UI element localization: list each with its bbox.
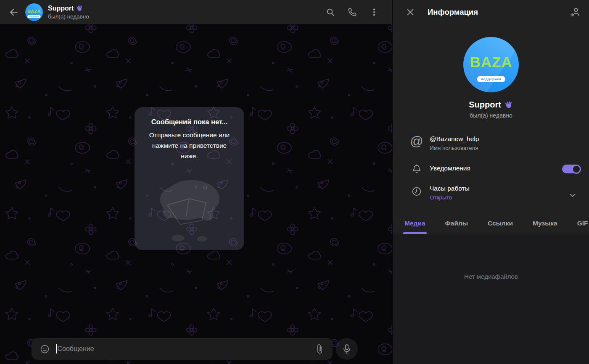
emoji-button[interactable] — [37, 342, 52, 356]
info-panel-header: Информация — [393, 0, 589, 24]
message-composer: Сообщение — [0, 338, 392, 360]
username-row[interactable]: @ @Bazanew_help Имя пользователя — [393, 135, 589, 151]
empty-chat-text: ниже. — [135, 151, 244, 161]
profile-avatar[interactable]: BAZA поддержка — [463, 37, 519, 92]
attach-button[interactable] — [312, 342, 327, 356]
profile-status: был(а) недавно — [393, 112, 589, 119]
working-hours-row[interactable]: Часы работы Открыто — [393, 185, 589, 201]
info-panel: Информация BAZA поддержка Support б — [393, 0, 589, 364]
empty-chat-card[interactable]: Сообщений пока нет... Отправьте сообщени… — [135, 107, 244, 250]
microphone-icon — [341, 343, 352, 354]
chat-header-actions — [323, 5, 381, 19]
shared-media-tabs: Медиа Файлы Ссылки Музыка GIF — [393, 213, 589, 234]
voice-message-button[interactable] — [336, 338, 358, 360]
profile-section: BAZA поддержка Support был(а) недавно — [393, 37, 589, 119]
empty-chat-text: Отправьте сообщение или — [135, 130, 244, 140]
tab-music[interactable]: Музыка — [533, 213, 557, 234]
username-label: Имя пользователя — [430, 145, 589, 151]
greeting-sticker[interactable] — [141, 174, 238, 246]
message-input-bar[interactable]: Сообщение — [32, 338, 333, 360]
chat-pane: BAZA поддержка Support был(а) недавно — [0, 0, 392, 364]
chat-title: Support — [48, 5, 74, 12]
empty-media-text: Нет медиафайлов — [393, 273, 589, 280]
username-value: @Bazanew_help — [430, 135, 589, 143]
search-button[interactable] — [323, 5, 338, 19]
person-add-icon — [570, 7, 581, 17]
avatar-logo-text: BAZA — [27, 9, 41, 14]
chat-avatar[interactable]: BAZA поддержка — [25, 3, 43, 21]
toggle-knob — [572, 165, 581, 174]
notifications-row[interactable]: Уведомления — [393, 165, 589, 172]
profile-name: Support — [469, 100, 501, 110]
waving-hand-icon — [76, 5, 83, 12]
tab-links[interactable]: Ссылки — [488, 213, 513, 234]
avatar-logo-text: BAZA — [470, 54, 512, 71]
phone-icon — [347, 7, 357, 17]
tab-files[interactable]: Файлы — [445, 213, 468, 234]
app-root: BAZA поддержка Support был(а) недавно — [0, 0, 589, 364]
call-button[interactable] — [345, 5, 359, 19]
notifications-toggle[interactable] — [562, 165, 580, 173]
kebab-menu-icon — [369, 7, 379, 17]
close-icon — [406, 8, 415, 17]
chat-status: был(а) недавно — [48, 13, 323, 20]
more-menu-button[interactable] — [367, 5, 381, 19]
bell-icon — [411, 163, 422, 174]
smiley-icon — [40, 344, 50, 354]
avatar-badge: поддержка — [477, 76, 505, 82]
avatar-badge: поддержка — [27, 15, 40, 18]
chevron-down-icon — [568, 191, 577, 200]
search-icon — [325, 7, 335, 17]
at-sign-icon: @ — [410, 135, 423, 148]
close-button[interactable] — [403, 5, 417, 19]
clock-icon — [411, 186, 422, 197]
message-input[interactable]: Сообщение — [58, 345, 313, 353]
shared-media-content: Нет медиафайлов — [393, 234, 589, 364]
empty-chat-title: Сообщений пока нет... — [135, 118, 244, 126]
chat-header: BAZA поддержка Support был(а) недавно — [0, 0, 392, 24]
back-button[interactable] — [7, 5, 21, 19]
arrow-left-icon — [9, 7, 19, 17]
chat-title-block[interactable]: Support был(а) недавно — [48, 5, 323, 20]
tab-gif[interactable]: GIF — [577, 213, 588, 234]
paperclip-icon — [314, 344, 325, 354]
empty-chat-text: нажмите на приветствие — [135, 140, 244, 151]
tab-media[interactable]: Медиа — [404, 213, 425, 234]
expand-hours-button[interactable] — [565, 188, 580, 202]
panel-title: Информация — [428, 8, 568, 17]
waving-hand-icon — [504, 100, 513, 109]
add-contact-button[interactable] — [568, 5, 582, 19]
text-caret — [56, 344, 57, 354]
